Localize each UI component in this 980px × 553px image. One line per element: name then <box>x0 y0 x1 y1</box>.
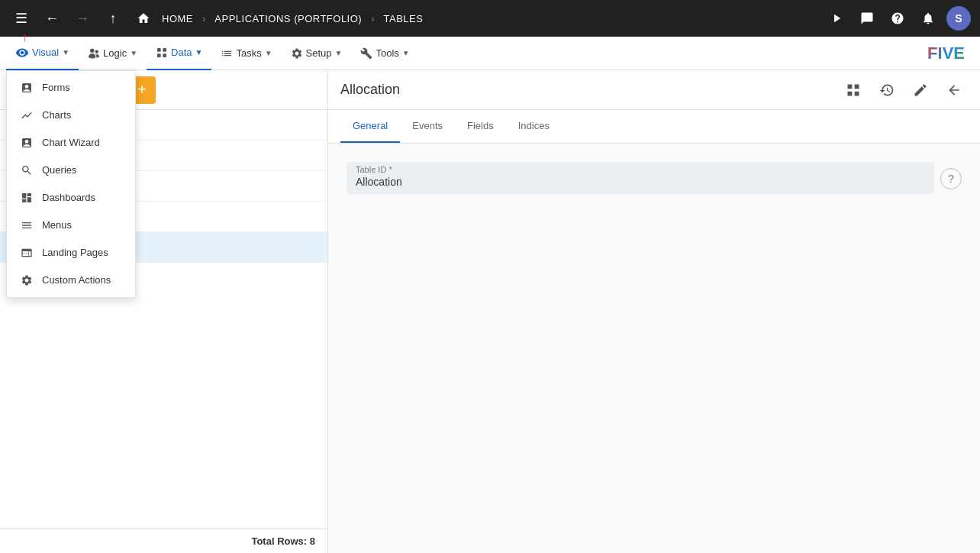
breadcrumb-sep-1: › <box>202 13 205 24</box>
chat-icon[interactable] <box>855 6 879 31</box>
right-panel-header: Allocation <box>328 70 980 110</box>
hamburger-icon[interactable]: ☰ <box>9 6 34 31</box>
back-icon[interactable]: ← <box>40 6 64 31</box>
queries-icon <box>19 163 34 178</box>
help-icon[interactable] <box>885 6 910 31</box>
menu-item-visual[interactable]: Visual ▼ ↑ Forms Charts Chart <box>6 37 79 70</box>
custom-actions-icon <box>19 273 34 288</box>
dropdown-item-landing-pages[interactable]: Landing Pages <box>7 239 135 267</box>
svg-rect-3 <box>163 53 166 57</box>
total-rows-label: Total Rows: 8 <box>251 535 315 547</box>
tab-events[interactable]: Events <box>400 109 455 143</box>
menu-label-visual: Visual <box>32 47 59 58</box>
menus-icon <box>19 218 34 233</box>
form-content: Table ID * ? <box>328 144 980 553</box>
left-panel-footer: Total Rows: 8 <box>0 529 327 553</box>
dropdown-label-menus: Menus <box>42 219 72 231</box>
tabs-bar: General Events Fields Indices <box>328 110 980 144</box>
menu-item-tools[interactable]: Tools ▼ <box>351 37 418 70</box>
avatar[interactable]: S <box>946 6 971 31</box>
menu-item-logic[interactable]: Logic ▼ <box>79 37 147 70</box>
notification-icon[interactable] <box>916 6 940 31</box>
back-arrow-button[interactable] <box>940 76 968 104</box>
breadcrumb-sep-2: › <box>371 13 374 24</box>
main-layout: + Sector Sell Stock StockPrice Allocatio… <box>0 70 980 553</box>
data-icon <box>156 47 168 59</box>
chevron-logic: ▼ <box>130 49 137 57</box>
history-button[interactable] <box>873 76 901 104</box>
field-help-icon[interactable]: ? <box>940 168 962 189</box>
dashboards-icon <box>19 190 34 205</box>
five-logo-text: FIVE <box>927 44 965 63</box>
menu-bar: Visual ▼ ↑ Forms Charts Chart <box>0 37 980 70</box>
red-arrow-indicator: ↑ <box>21 31 27 44</box>
dropdown-item-charts[interactable]: Charts <box>7 102 135 129</box>
dropdown-label-dashboards: Dashboards <box>42 192 95 203</box>
table-id-field-group: Table ID * <box>347 162 934 194</box>
table-id-label: Table ID * <box>356 165 925 174</box>
menu-item-data[interactable]: Data ▼ <box>147 37 211 70</box>
chevron-data: ▼ <box>195 48 203 57</box>
tab-fields[interactable]: Fields <box>455 109 506 143</box>
svg-rect-2 <box>157 53 161 57</box>
dropdown-item-menus[interactable]: Menus <box>7 212 135 239</box>
chevron-setup: ▼ <box>335 49 343 57</box>
menu-label-logic: Logic <box>103 47 127 59</box>
five-logo: FIVE <box>918 44 974 63</box>
table-id-field[interactable]: Table ID * <box>347 162 934 194</box>
dropdown-label-charts: Charts <box>42 109 71 121</box>
dropdown-label-chart-wizard: Chart Wizard <box>42 137 100 148</box>
dropdown-item-forms[interactable]: Forms <box>7 74 135 102</box>
dropdown-item-chart-wizard[interactable]: Chart Wizard <box>7 129 135 157</box>
breadcrumb-home[interactable]: HOME <box>162 13 193 24</box>
dropdown-label-queries: Queries <box>42 164 77 176</box>
menu-label-setup: Setup <box>306 47 332 59</box>
menu-label-tasks: Tasks <box>236 47 261 59</box>
edit-button[interactable] <box>907 76 934 104</box>
top-bar-actions: S <box>824 6 971 31</box>
panel-title: Allocation <box>340 82 833 98</box>
forms-icon <box>19 80 34 95</box>
menu-item-setup[interactable]: Setup ▼ <box>282 37 352 70</box>
dropdown-label-forms: Forms <box>42 82 70 93</box>
tools-icon <box>360 47 372 60</box>
chart-wizard-icon <box>19 135 34 150</box>
dropdown-item-queries[interactable]: Queries <box>7 157 135 184</box>
eye-icon <box>15 46 29 60</box>
tab-indices[interactable]: Indices <box>506 109 562 143</box>
table-id-input[interactable] <box>356 176 925 188</box>
menu-label-data: Data <box>171 47 192 58</box>
landing-pages-icon <box>19 245 34 260</box>
top-bar: ☰ ← → ↑ HOME › APPLICATIONS (PORTFOLIO) … <box>0 0 980 37</box>
tab-general[interactable]: General <box>340 109 400 143</box>
up-icon[interactable]: ↑ <box>101 6 125 31</box>
breadcrumb-applications[interactable]: APPLICATIONS (PORTFOLIO) <box>214 13 362 24</box>
setup-icon <box>291 47 303 60</box>
dropdown-item-custom-actions[interactable]: Custom Actions <box>7 267 135 294</box>
grid-view-button[interactable] <box>840 76 867 104</box>
tasks-icon <box>221 47 233 60</box>
forward-icon[interactable]: → <box>70 6 95 31</box>
table-id-row: Table ID * ? <box>347 162 962 194</box>
chevron-visual: ▼ <box>62 48 69 57</box>
chevron-tools: ▼ <box>402 49 410 57</box>
dropdown-label-landing-pages: Landing Pages <box>42 247 108 258</box>
charts-icon <box>19 108 34 123</box>
logic-icon <box>88 47 100 60</box>
play-icon[interactable] <box>824 6 849 31</box>
menu-label-tools: Tools <box>376 47 398 59</box>
dropdown-item-dashboards[interactable]: Dashboards <box>7 184 135 212</box>
svg-rect-0 <box>157 48 161 52</box>
menu-item-tasks[interactable]: Tasks ▼ <box>211 37 281 70</box>
home-icon[interactable] <box>131 6 156 31</box>
visual-dropdown: Forms Charts Chart Wizard Queries <box>6 70 136 298</box>
add-icon: + <box>137 81 147 99</box>
dropdown-label-custom-actions: Custom Actions <box>42 274 111 286</box>
svg-rect-1 <box>163 48 166 52</box>
right-panel: Allocation General Events Fields <box>328 70 980 553</box>
breadcrumb-tables[interactable]: TABLES <box>384 13 424 24</box>
chevron-tasks: ▼ <box>265 49 272 57</box>
